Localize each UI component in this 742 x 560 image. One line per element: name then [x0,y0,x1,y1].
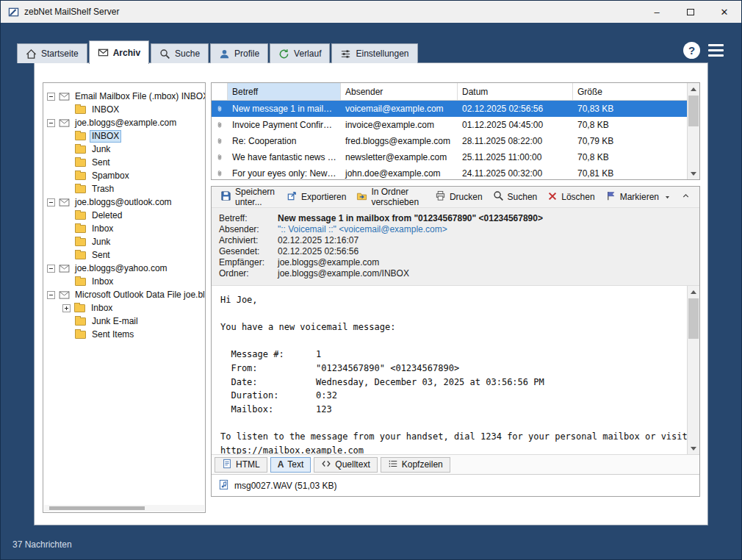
save-icon [220,190,231,204]
message-row[interactable]: We have fantastic news for... newsletter… [212,149,687,165]
tree-horizontal-scrollbar[interactable] [44,505,204,511]
scroll-up-icon[interactable] [688,286,699,298]
message-sender: newsletter@example.com [341,152,458,162]
maximize-button[interactable] [674,1,707,23]
message-size: 70,79 KB [573,136,687,146]
tree-item-folder[interactable]: Inbox [43,222,205,235]
delete-button[interactable]: Löschen [542,188,599,207]
scrollbar-thumb[interactable] [49,506,145,510]
collapse-expander-icon[interactable] [47,119,55,127]
paperclip-icon [212,104,228,114]
view-tab-html[interactable]: HTML [215,457,267,473]
folder-icon [75,132,86,140]
message-body[interactable]: Hi Joe, You have a new voicemail message… [212,286,687,454]
paperclip-icon [212,152,228,162]
tab-einstellungen[interactable]: Einstellungen [331,43,417,63]
tree-item-folder[interactable]: Sent [43,248,205,262]
tree-item-outlook-account[interactable]: joe.bloggs@outlook.com [43,195,205,209]
move-to-folder-button[interactable]: In Ordner verschieben [351,184,429,210]
message-date: 28.11.2025 08:22:00 [458,136,573,146]
tree-item-folder[interactable]: Junk E-mail [43,315,205,328]
tree-item-folder[interactable]: INBOX [43,103,205,116]
collapse-expander-icon[interactable] [47,198,55,207]
minimize-button[interactable]: – [640,1,674,23]
mark-button[interactable]: Markieren [600,187,676,207]
tree-item-folder[interactable]: Junk [43,235,205,248]
message-row[interactable]: Invoice Payment Confirma... invoice@exam… [212,117,687,133]
view-tab-quelltext[interactable]: Quelltext [314,457,377,473]
tree-item-folder[interactable]: Sent Items [43,328,205,341]
message-row[interactable]: For your eyes only: New ke... john.doe@e… [212,165,687,180]
sender-field-value[interactable]: ":: Voicemail ::" <voicemail@example.com… [278,224,447,235]
tree-item-example-account[interactable]: joe.bloggs@example.com [43,116,205,129]
tree-item-folder[interactable]: Inbox [43,275,205,288]
text-icon: A [278,459,284,470]
expand-expander-icon[interactable] [62,304,71,312]
scroll-down-icon[interactable] [688,442,699,454]
menu-button[interactable] [708,44,724,57]
tree-item-folder[interactable]: Inbox [43,301,205,315]
subject-column-header[interactable]: Betreff [228,83,341,100]
folder-icon [75,159,86,167]
folder-field-label: Ordner: [219,268,278,279]
caret-down-icon [664,194,671,201]
export-button[interactable]: Exportieren [281,187,351,207]
message-list: Betreff Absender Datum Größe New message… [211,82,700,180]
message-row-selected[interactable]: New message 1 in mailbox ... voicemail@e… [212,101,687,117]
scrollbar-thumb[interactable] [688,96,699,126]
tab-suche[interactable]: Suche [151,43,209,63]
folder-icon [75,225,86,233]
tree-item-folder[interactable]: Deleted [43,209,205,222]
sender-field-label: Absender: [219,224,278,235]
tree-item-mbox-account[interactable]: Email Mailbox File (.mbox) INBOX [43,90,205,103]
title-bar: zebNet MailShelf Server – ✕ [1,1,741,23]
tree-item-folder[interactable]: Spambox [43,169,205,182]
view-tab-text[interactable]: A Text [270,457,311,473]
sender-column-header[interactable]: Absender [341,83,458,100]
tree-item-folder-selected[interactable]: INBOX [43,129,205,143]
tree-item-folder[interactable]: Junk [43,143,205,156]
print-icon [435,190,446,204]
message-size: 70,8 KB [573,120,687,130]
close-button[interactable]: ✕ [707,1,741,23]
tab-archiv[interactable]: Archiv [89,40,149,64]
scroll-down-icon[interactable] [688,168,699,179]
message-date: 02.12.2025 02:56:56 [458,104,573,114]
search-button[interactable]: Suchen [488,187,543,207]
scroll-up-icon[interactable] [688,83,699,95]
attachment-column-header[interactable] [212,83,228,100]
collapse-expander-icon[interactable] [47,265,55,273]
tree-item-folder[interactable]: Sent [43,156,205,169]
view-tab-kopfzeilen[interactable]: Kopfzeilen [381,457,450,473]
size-column-header[interactable]: Größe [573,83,687,100]
message-row[interactable]: Re: Cooperation fred.bloggs@example.com … [212,133,687,149]
tab-startseite[interactable]: Startseite [17,43,87,63]
message-size: 70,8 KB [573,152,687,162]
collapse-expander-icon[interactable] [47,93,55,101]
help-button[interactable]: ? [683,42,700,59]
tree-item-pst-account[interactable]: Microsoft Outlook Data File joe.bl [43,288,205,301]
tree-item-label: INBOX [90,131,120,142]
collapse-icon [681,191,691,203]
collapse-pane-button[interactable] [676,188,696,206]
mailbox-icon [59,93,70,101]
tree-item-folder[interactable]: Trash [43,182,205,195]
scrollbar-thumb[interactable] [688,298,699,339]
tree-item-yahoo-account[interactable]: joe.bloggs@yahoo.com [43,262,205,275]
tree-item-label: Email Mailbox File (.mbox) INBOX [73,91,206,102]
mailbox-icon [59,119,70,127]
recipient-field-value: joe.bloggs@example.com [278,257,379,268]
message-body-scrollbar[interactable] [687,286,699,454]
tab-profile[interactable]: Profile [210,43,268,63]
tab-verlauf[interactable]: Verlauf [270,43,330,63]
message-header-fields: Betreff: New message 1 in mailbox from "… [212,208,699,286]
mailbox-icon [59,291,70,299]
tree-item-label: Deleted [90,210,123,221]
save-as-button[interactable]: Speichern unter... [215,184,281,210]
attachment-name[interactable]: msg0027.WAV (51,03 KB) [234,481,336,491]
collapse-expander-icon[interactable] [47,291,55,299]
date-column-header[interactable]: Datum [458,83,573,100]
print-button[interactable]: Drucken [430,187,488,207]
message-size: 70,83 KB [573,104,687,114]
message-list-scrollbar[interactable] [687,83,699,179]
